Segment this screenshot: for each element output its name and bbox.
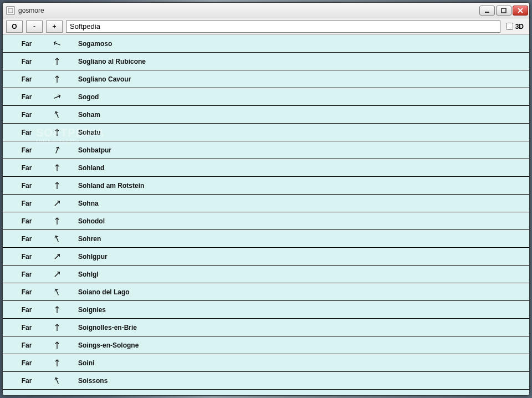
result-name: Sohbatpur: [68, 146, 111, 154]
result-row[interactable]: Far Soiano del Lago: [3, 283, 529, 301]
direction-arrow-icon: [53, 164, 62, 172]
result-row[interactable]: Far Soissons: [3, 372, 529, 390]
direction-arrow-icon: [53, 323, 62, 332]
result-direction: [46, 164, 68, 172]
window-controls: [479, 6, 528, 16]
result-distance: Far: [7, 40, 46, 48]
result-name: Sogliano Cavour: [68, 75, 131, 83]
mode-3d-toggle[interactable]: 3D: [504, 23, 526, 30]
result-distance: Far: [7, 164, 46, 172]
result-row[interactable]: Far Sohlgpur: [3, 248, 529, 266]
result-distance: Far: [7, 306, 46, 314]
minimize-button[interactable]: [479, 6, 495, 16]
close-icon: [518, 8, 523, 13]
maximize-button[interactable]: [496, 6, 511, 16]
result-row[interactable]: Far Sogliano al Rubicone: [3, 53, 529, 70]
maximize-icon: [501, 8, 507, 13]
result-name: Soham: [68, 111, 100, 119]
result-distance: Far: [7, 235, 46, 243]
close-button[interactable]: [513, 6, 528, 16]
svg-line-18: [55, 272, 59, 276]
result-distance: Far: [7, 93, 46, 101]
result-row[interactable]: Far Soignies: [3, 301, 529, 319]
direction-arrow-icon: [53, 93, 62, 101]
result-row[interactable]: Far Sohna: [3, 195, 529, 212]
result-row[interactable]: Far Soini: [3, 354, 529, 372]
result-direction: [46, 199, 68, 208]
result-name: Sogliano al Rubicone: [68, 58, 146, 65]
direction-arrow-icon: [53, 199, 62, 208]
result-name: Soissons: [68, 377, 108, 385]
direction-arrow-icon: [53, 288, 62, 297]
result-row[interactable]: Far Sohbatpur: [3, 141, 529, 159]
svg-line-3: [518, 8, 523, 13]
svg-rect-2: [502, 8, 506, 13]
svg-line-14: [55, 201, 59, 205]
result-distance: Far: [7, 253, 46, 261]
svg-line-16: [56, 236, 59, 242]
window-title: gosmore: [18, 7, 479, 14]
result-row[interactable]: Far Soings-en-Sologne: [3, 336, 529, 354]
direction-arrow-icon: [53, 376, 62, 385]
toolbar: O - + 3D: [3, 18, 529, 35]
result-distance: Far: [7, 58, 46, 65]
result-row[interactable]: Far Sohren: [3, 230, 529, 248]
svg-line-9: [56, 111, 59, 118]
result-distance: Far: [7, 359, 46, 367]
result-distance: Far: [7, 146, 46, 154]
result-distance: Far: [7, 324, 46, 331]
direction-arrow-icon: [53, 181, 62, 190]
svg-line-8: [54, 95, 60, 98]
direction-arrow-icon: [53, 359, 62, 368]
direction-arrow-icon: [53, 234, 62, 243]
result-name: Sohna: [68, 200, 99, 207]
result-direction: [46, 57, 68, 66]
result-direction: [46, 323, 68, 332]
result-distance: Far: [7, 271, 46, 278]
result-direction: [46, 376, 68, 385]
mode-3d-checkbox[interactable]: [506, 23, 513, 30]
result-direction: [46, 39, 68, 48]
results-list[interactable]: Far SogamosoFar Sogliano al RubiconeFar …: [3, 35, 529, 395]
result-row[interactable]: Far Soham: [3, 106, 529, 124]
direction-arrow-icon: [53, 146, 62, 155]
titlebar[interactable]: gosmore: [3, 3, 529, 18]
svg-line-4: [518, 8, 523, 13]
result-row[interactable]: Far Soignolles-en-Brie: [3, 319, 529, 336]
direction-arrow-icon: [53, 39, 62, 48]
result-name: Sogod: [68, 93, 99, 101]
result-name: Sohatu: [68, 129, 101, 136]
result-distance: Far: [7, 377, 46, 385]
result-direction: [46, 288, 68, 297]
search-input[interactable]: [66, 21, 500, 33]
result-direction: [46, 110, 68, 119]
result-row[interactable]: Far Sogod: [3, 88, 529, 106]
result-name: Sohren: [68, 235, 101, 243]
result-row[interactable]: Far Sohodol: [3, 212, 529, 230]
minimize-icon: [484, 8, 490, 13]
result-row[interactable]: Far Sogliano Cavour: [3, 70, 529, 88]
result-direction: [46, 270, 68, 279]
direction-arrow-icon: [53, 217, 62, 226]
result-row[interactable]: Far Sogamoso: [3, 35, 529, 53]
result-name: Soignolles-en-Brie: [68, 324, 137, 331]
result-row[interactable]: Far Sohland: [3, 159, 529, 177]
result-row[interactable]: Far Sohatu: [3, 124, 529, 141]
direction-arrow-icon: [53, 110, 62, 119]
direction-arrow-icon: [53, 57, 62, 66]
svg-line-19: [56, 289, 59, 295]
direction-arrow-icon: [53, 252, 62, 261]
result-name: Soini: [68, 359, 94, 367]
result-name: Sohlgl: [68, 271, 99, 278]
result-distance: Far: [7, 75, 46, 83]
result-name: Soings-en-Sologne: [68, 341, 139, 349]
result-row[interactable]: Far Sohlgl: [3, 266, 529, 283]
result-direction: [46, 252, 68, 261]
direction-arrow-icon: [53, 75, 62, 84]
orient-button[interactable]: O: [6, 21, 23, 33]
direction-arrow-icon: [53, 270, 62, 279]
zoom-in-button[interactable]: +: [46, 21, 63, 33]
zoom-out-button[interactable]: -: [26, 21, 43, 33]
result-row[interactable]: Far Sohland am Rotstein: [3, 177, 529, 195]
result-name: Sogamoso: [68, 40, 112, 48]
